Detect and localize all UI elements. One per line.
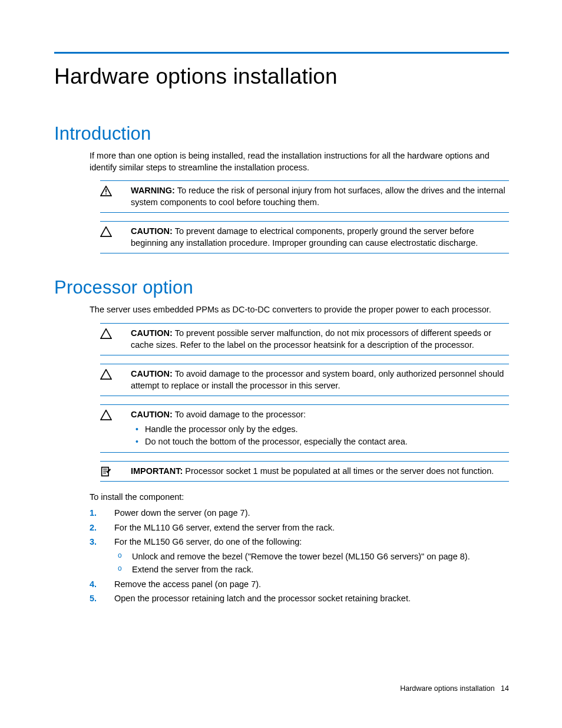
processor-heading: Processor option xyxy=(54,277,509,298)
step-text: Power down the server (on page 7). xyxy=(114,508,250,518)
step-text: Remove the access panel (on page 7). xyxy=(114,579,261,589)
sub-marker: o xyxy=(118,550,122,561)
sub-step-text: Unlock and remove the bezel ("Remove the… xyxy=(132,552,470,561)
warning-icon xyxy=(100,186,131,196)
caution-icon xyxy=(100,226,131,237)
caution-icon xyxy=(100,410,131,420)
svg-marker-4 xyxy=(101,329,111,338)
caution-block-2: CAUTION: To avoid damage to the processo… xyxy=(100,364,509,396)
caution-block-1: CAUTION: To prevent possible server malf… xyxy=(100,323,509,355)
note-icon xyxy=(100,466,131,477)
caution-icon xyxy=(100,369,131,380)
intro-text: If more than one option is being install… xyxy=(90,150,509,173)
sub-step-item: oExtend the server from the rack. xyxy=(114,563,509,576)
caution-bullets: Handle the processor only by the edges. … xyxy=(131,423,509,448)
caution-icon xyxy=(100,328,131,339)
warning-block: WARNING: To reduce the risk of personal … xyxy=(100,180,509,213)
step-item: 5.Open the processor retaining latch and… xyxy=(90,592,509,605)
footer-page: 14 xyxy=(501,684,509,693)
list-item: Handle the processor only by the edges. xyxy=(131,423,509,436)
important-label: IMPORTANT: xyxy=(131,466,183,476)
step-text: For the ML150 G6 server, do one of the f… xyxy=(114,537,302,546)
step-number: 1. xyxy=(90,506,97,519)
step-text: For the ML110 G6 server, extend the serv… xyxy=(114,523,335,532)
sub-steps: oUnlock and remove the bezel ("Remove th… xyxy=(114,550,509,577)
page-title: Hardware options installation xyxy=(54,64,509,89)
svg-marker-6 xyxy=(101,410,111,420)
warning-text: To reduce the risk of personal injury fr… xyxy=(131,186,505,207)
intro-heading: Introduction xyxy=(54,123,509,144)
install-steps: 1.Power down the server (on page 7). 2.F… xyxy=(90,506,509,605)
svg-marker-3 xyxy=(101,227,111,236)
step-number: 2. xyxy=(90,521,97,534)
step-number: 3. xyxy=(90,535,97,548)
sub-step-text: Extend the server from the rack. xyxy=(132,565,253,574)
step-number: 5. xyxy=(90,592,97,605)
caution-block-3: CAUTION: To avoid damage to the processo… xyxy=(100,404,509,453)
caution-text: To prevent damage to electrical componen… xyxy=(131,226,478,248)
svg-rect-2 xyxy=(105,193,107,195)
list-item: Do not touch the bottom of the processor… xyxy=(131,436,509,448)
caution-label: CAUTION: xyxy=(131,369,173,378)
important-block: IMPORTANT: Processor socket 1 must be po… xyxy=(100,461,509,482)
step-item: 4.Remove the access panel (on page 7). xyxy=(90,578,509,591)
step-number: 4. xyxy=(90,578,97,591)
caution-text: To prevent possible server malfunction, … xyxy=(131,328,491,350)
warning-label: WARNING: xyxy=(131,186,175,195)
caution-label: CAUTION: xyxy=(131,410,173,419)
caution-text: To avoid damage to the processor: xyxy=(173,410,306,419)
top-rule xyxy=(54,52,509,54)
caution-label: CAUTION: xyxy=(131,226,173,236)
install-label: To install the component: xyxy=(90,492,509,502)
sub-step-item: oUnlock and remove the bezel ("Remove th… xyxy=(114,550,509,563)
svg-rect-1 xyxy=(105,189,107,193)
svg-marker-5 xyxy=(101,370,111,379)
step-item: 2.For the ML110 G6 server, extend the se… xyxy=(90,521,509,534)
footer-section: Hardware options installation xyxy=(400,684,495,693)
important-text: Processor socket 1 must be populated at … xyxy=(183,466,494,476)
page-footer: Hardware options installation 14 xyxy=(400,684,509,693)
caution-block-intro: CAUTION: To prevent damage to electrical… xyxy=(100,221,509,253)
sub-marker: o xyxy=(118,563,122,574)
caution-text: To avoid damage to the processor and sys… xyxy=(131,369,504,390)
caution-label: CAUTION: xyxy=(131,328,173,338)
step-text: Open the processor retaining latch and t… xyxy=(114,594,411,603)
step-item: 3.For the ML150 G6 server, do one of the… xyxy=(90,535,509,576)
processor-text: The server uses embedded PPMs as DC-to-D… xyxy=(90,304,509,316)
step-item: 1.Power down the server (on page 7). xyxy=(90,506,509,519)
